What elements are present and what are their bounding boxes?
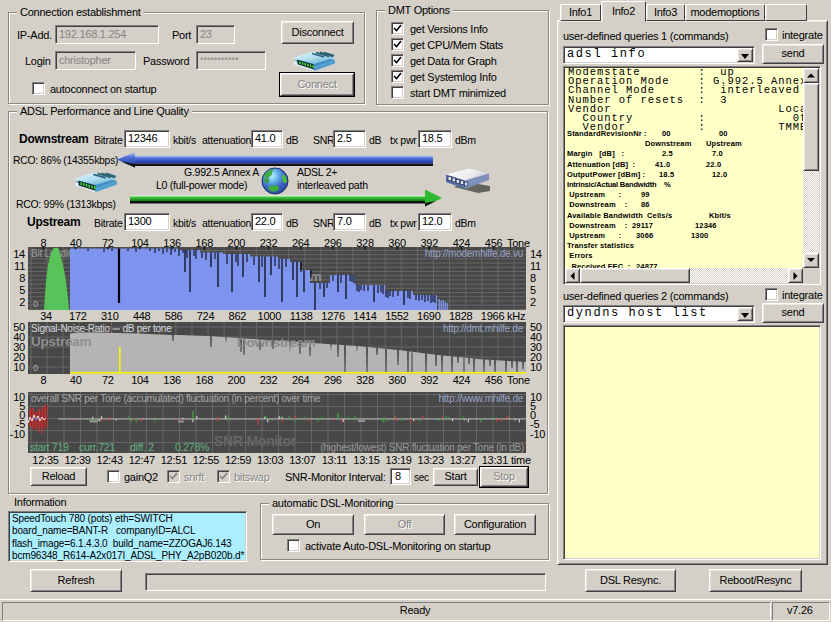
svg-text:SNR Monitor: SNR Monitor	[214, 433, 297, 449]
svg-text:http://www.mhilfe.de: http://www.mhilfe.de	[439, 393, 524, 404]
svg-text:diff. 2: diff. 2	[130, 441, 154, 453]
svg-text:0: 0	[33, 363, 38, 373]
svg-text:(highest/lowest) SNR fluctuati: (highest/lowest) SNR fluctuation per Ton…	[320, 442, 524, 453]
svg-text:curr.721: curr.721	[79, 441, 115, 453]
svg-text:http://dmt.mhilfe.de: http://dmt.mhilfe.de	[443, 323, 524, 334]
svg-text:http://modemhilfe.de.vu: http://modemhilfe.de.vu	[425, 248, 523, 259]
svg-text:start 719: start 719	[30, 441, 69, 453]
svg-text:0: 0	[33, 299, 38, 309]
svg-text:Signal-Noise-Ratio dB per: Signal-Noise-Ratio dB per tone	[31, 323, 172, 334]
svg-text:0.278%: 0.278%	[175, 441, 209, 453]
svg-text:overall SNR per Tone (accumula: overall SNR per Tone (accumulated) fluct…	[31, 393, 321, 404]
svg-text:Downstream: Downstream	[237, 335, 316, 350]
svg-text:Upstream: Upstream	[31, 334, 92, 349]
